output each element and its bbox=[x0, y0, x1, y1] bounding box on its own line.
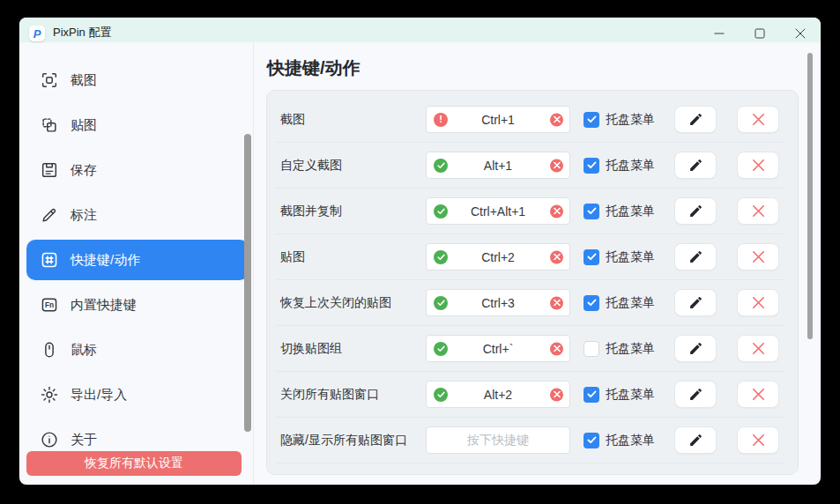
delete-hotkey-button[interactable] bbox=[737, 152, 779, 179]
tray-menu-label: 托盘菜单 bbox=[606, 341, 655, 357]
hotkey-value: Ctrl+Alt+1 bbox=[471, 204, 525, 219]
tray-menu-label: 托盘菜单 bbox=[606, 433, 655, 448]
tray-menu-checkbox[interactable] bbox=[584, 249, 599, 265]
hotkey-row-label: 恢复上次关闭的贴图 bbox=[280, 295, 426, 311]
hotkey-valid-icon bbox=[434, 204, 448, 219]
sidebar-item-3[interactable]: 保存 bbox=[26, 150, 249, 190]
hotkey-input[interactable]: ! Ctrl+1 bbox=[426, 106, 570, 133]
sidebar-item-4[interactable]: 标注 bbox=[26, 195, 249, 235]
clear-hotkey-button[interactable] bbox=[550, 388, 563, 401]
tray-menu-checkbox[interactable] bbox=[584, 158, 599, 174]
sidebar-item-7[interactable]: 鼠标 bbox=[26, 330, 249, 370]
clear-hotkey-button[interactable] bbox=[550, 204, 563, 218]
clear-hotkey-button[interactable] bbox=[550, 113, 563, 126]
edit-hotkey-button[interactable] bbox=[674, 426, 717, 454]
sidebar-item-1[interactable]: 截图 bbox=[26, 60, 249, 100]
hotkey-input[interactable]: 按下快捷键 bbox=[426, 426, 570, 454]
hotkey-row: 截图并复制 Ctrl+Alt+1 托盘菜单 bbox=[276, 189, 785, 234]
tray-menu-label: 托盘菜单 bbox=[606, 204, 655, 219]
tray-menu-label: 托盘菜单 bbox=[606, 158, 655, 174]
hotkey-input[interactable]: Alt+2 bbox=[426, 381, 570, 408]
hotkey-row-label: 关闭所有贴图窗口 bbox=[280, 387, 426, 403]
delete-hotkey-button[interactable] bbox=[737, 381, 779, 408]
edit-hotkey-button[interactable] bbox=[674, 152, 717, 179]
sidebar-item-6[interactable]: Fn 内置快捷键 bbox=[26, 285, 249, 325]
export-import-icon bbox=[40, 385, 59, 404]
reset-defaults-button[interactable]: 恢复所有默认设置 bbox=[26, 451, 242, 476]
screenshot-icon bbox=[40, 70, 59, 90]
hotkey-input[interactable]: Alt+1 bbox=[426, 152, 570, 179]
clear-hotkey-button[interactable] bbox=[550, 296, 563, 309]
hotkey-row: 自定义截图 Alt+1 托盘菜单 bbox=[276, 143, 785, 189]
hotkey-row: 关闭所有贴图窗口 Alt+2 托盘菜单 bbox=[276, 372, 785, 418]
hotkey-input[interactable]: Ctrl+3 bbox=[426, 289, 570, 316]
tray-menu-checkbox[interactable] bbox=[584, 295, 599, 311]
clear-hotkey-button[interactable] bbox=[550, 342, 563, 355]
delete-hotkey-button[interactable] bbox=[737, 426, 779, 454]
tray-menu-checkbox[interactable] bbox=[584, 387, 599, 403]
hotkey-row: 恢复上次关闭的贴图 Ctrl+3 托盘菜单 bbox=[276, 280, 785, 326]
hotkey-row: 切换贴图组 Ctrl+` 托盘菜单 bbox=[276, 326, 785, 372]
hotkey-value: 按下快捷键 bbox=[467, 433, 529, 448]
edit-hotkey-button[interactable] bbox=[674, 289, 717, 316]
annotate-icon bbox=[40, 205, 59, 225]
hotkey-input[interactable]: Ctrl+` bbox=[426, 335, 570, 362]
tray-menu-checkbox[interactable] bbox=[584, 433, 599, 448]
edit-hotkey-button[interactable] bbox=[674, 197, 717, 225]
hotkey-row: 隐藏/显示所有贴图窗口 按下快捷键 托盘菜单 bbox=[276, 418, 785, 463]
delete-hotkey-button[interactable] bbox=[737, 243, 779, 271]
hotkey-valid-icon bbox=[434, 388, 448, 402]
about-icon bbox=[40, 430, 59, 449]
clear-hotkey-button[interactable] bbox=[550, 159, 563, 172]
tray-menu-label: 托盘菜单 bbox=[606, 387, 655, 403]
tray-menu-checkbox[interactable] bbox=[584, 112, 599, 128]
hotkey-value: Ctrl+3 bbox=[481, 296, 515, 310]
fn-key-icon: Fn bbox=[40, 295, 59, 315]
edit-hotkey-button[interactable] bbox=[674, 243, 717, 271]
hotkey-valid-icon bbox=[434, 342, 448, 356]
hotkey-row: 贴图 Ctrl+2 托盘菜单 bbox=[276, 234, 785, 280]
tray-menu-label: 托盘菜单 bbox=[606, 112, 655, 128]
pixpin-config-window: P PixPin 配置 截图 贴图 保存 标注 快捷键/动作 bbox=[19, 18, 821, 485]
hotkey-valid-icon bbox=[434, 159, 448, 173]
pin-image-icon bbox=[40, 115, 59, 135]
tray-menu-checkbox[interactable] bbox=[584, 341, 599, 357]
main-scrollbar[interactable] bbox=[807, 53, 813, 339]
main-area: 快捷键/动作 截图 ! Ctrl+1 托盘菜单 自定义截图 Alt+1 bbox=[254, 42, 821, 485]
window-title: PixPin 配置 bbox=[53, 25, 111, 41]
delete-hotkey-button[interactable] bbox=[737, 289, 779, 316]
hotkey-row-label: 贴图 bbox=[280, 249, 426, 265]
edit-hotkey-button[interactable] bbox=[674, 381, 717, 408]
edit-hotkey-button[interactable] bbox=[674, 106, 717, 133]
hotkey-row-label: 截图并复制 bbox=[280, 204, 426, 219]
mouse-icon bbox=[40, 340, 59, 359]
hotkey-input[interactable]: Ctrl+Alt+1 bbox=[426, 197, 570, 225]
sidebar-scrollbar[interactable] bbox=[244, 134, 251, 432]
hotkey-row-label: 切换贴图组 bbox=[280, 341, 426, 357]
page-title: 快捷键/动作 bbox=[267, 57, 821, 78]
hotkey-value: Alt+2 bbox=[484, 388, 512, 402]
tray-menu-checkbox[interactable] bbox=[584, 204, 599, 219]
hotkey-valid-icon bbox=[434, 250, 448, 264]
hotkey-value: Ctrl+2 bbox=[481, 250, 515, 264]
sidebar-item-5[interactable]: 快捷键/动作 bbox=[26, 240, 249, 280]
hotkey-valid-icon bbox=[434, 296, 448, 310]
sidebar-item-2[interactable]: 贴图 bbox=[26, 105, 249, 145]
edit-hotkey-button[interactable] bbox=[674, 335, 717, 362]
hotkey-value: Ctrl+1 bbox=[481, 113, 515, 127]
delete-hotkey-button[interactable] bbox=[737, 335, 779, 362]
delete-hotkey-button[interactable] bbox=[737, 197, 779, 225]
titlebar[interactable]: P PixPin 配置 bbox=[19, 18, 821, 42]
delete-hotkey-button[interactable] bbox=[737, 106, 779, 133]
hotkey-input[interactable]: Ctrl+2 bbox=[426, 243, 570, 271]
tray-menu-label: 托盘菜单 bbox=[606, 295, 655, 311]
tray-menu-label: 托盘菜单 bbox=[606, 249, 655, 265]
clear-hotkey-button[interactable] bbox=[550, 250, 563, 263]
hotkey-row-label: 隐藏/显示所有贴图窗口 bbox=[280, 433, 426, 448]
sidebar: 截图 贴图 保存 标注 快捷键/动作 Fn 内置快捷键 鼠标 导出/导入 关于 … bbox=[19, 42, 254, 485]
hotkey-row-label: 自定义截图 bbox=[280, 158, 426, 174]
svg-text:Fn: Fn bbox=[45, 301, 54, 309]
hotkey-conflict-icon: ! bbox=[434, 113, 448, 127]
sidebar-item-8[interactable]: 导出/导入 bbox=[26, 374, 249, 415]
pixpin-logo-icon: P bbox=[29, 26, 45, 41]
